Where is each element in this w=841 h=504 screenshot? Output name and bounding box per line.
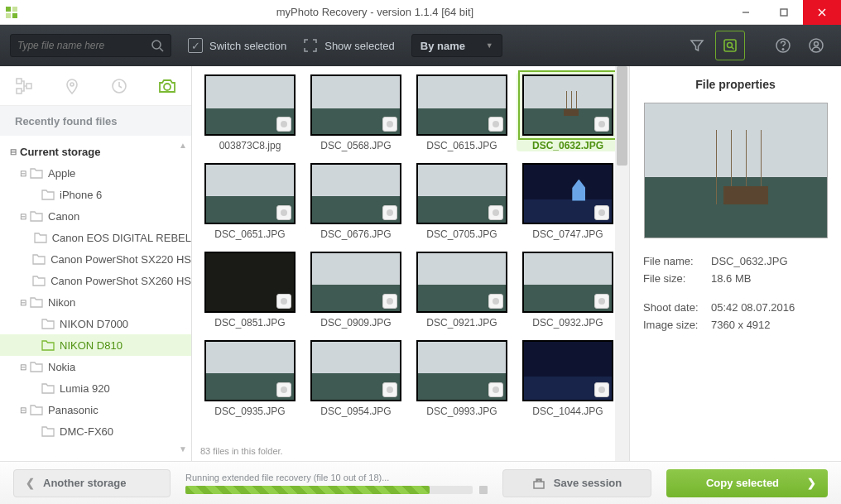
thumbnail-checkbox[interactable]	[488, 117, 503, 132]
thumbnail-checkbox[interactable]	[488, 205, 503, 220]
thumbnail[interactable]: 003873C8.jpg	[199, 74, 301, 151]
twisty-icon[interactable]: ⊟	[18, 298, 28, 307]
thumbnail-checkbox[interactable]	[488, 294, 503, 309]
recent-files-header[interactable]: Recently found files	[0, 106, 191, 136]
thumbnail-image[interactable]	[310, 163, 401, 224]
zoom-search-icon[interactable]	[715, 31, 745, 60]
thumbnail-image[interactable]	[204, 163, 296, 224]
filter-icon[interactable]	[682, 31, 712, 60]
thumbnail[interactable]: DSC_0935.JPG	[199, 340, 301, 417]
thumbnail-checkbox[interactable]	[382, 117, 397, 132]
twisty-icon[interactable]: ⊟	[18, 169, 28, 178]
thumbnail[interactable]: DSC_0851.JPG	[199, 252, 301, 329]
thumbnail-image[interactable]	[204, 340, 296, 401]
scrollbar[interactable]	[615, 66, 629, 461]
tree-view-icon[interactable]	[12, 74, 36, 98]
tree-item[interactable]: ⊟Nikon	[0, 291, 191, 313]
user-icon[interactable]	[801, 31, 831, 60]
thumbnail[interactable]: DSC_0747.JPG	[517, 163, 619, 240]
stop-icon[interactable]	[479, 486, 488, 494]
thumbnail-image[interactable]	[416, 252, 507, 313]
tree-item[interactable]: Canon PowerShot SX220 HS	[0, 248, 191, 270]
camera-icon[interactable]	[156, 74, 179, 98]
location-icon[interactable]	[60, 74, 84, 98]
thumbnail[interactable]: DSC_0705.JPG	[411, 163, 513, 240]
twisty-icon[interactable]: ⊟	[18, 362, 28, 372]
show-selected-label: Show selected	[324, 40, 395, 52]
save-session-button[interactable]: Save session	[502, 469, 651, 497]
minimize-button[interactable]	[727, 0, 765, 25]
thumbnail-image[interactable]	[416, 74, 507, 136]
tree-item[interactable]: DMC-FX60	[0, 420, 191, 442]
search-field[interactable]	[10, 34, 171, 57]
tree-item[interactable]: ⊟Panasonic	[0, 399, 191, 420]
thumbnail-image[interactable]	[416, 163, 507, 224]
thumbnail-checkbox[interactable]	[382, 382, 397, 397]
copy-selected-button[interactable]: Copy selected ❯	[666, 469, 828, 497]
tree-item[interactable]: ⊟Current storage	[0, 141, 191, 162]
thumbnail-checkbox[interactable]	[382, 294, 397, 309]
tree-item[interactable]: ⊟Canon	[0, 205, 191, 227]
file-name-label: File name:	[643, 255, 711, 267]
thumbnail[interactable]: DSC_0932.JPG	[517, 252, 619, 329]
twisty-icon[interactable]: ⊟	[18, 212, 28, 221]
another-storage-button[interactable]: ❮ Another storage	[13, 469, 171, 497]
thumbnail-image[interactable]	[310, 340, 401, 401]
thumbnail[interactable]: DSC_0568.JPG	[305, 74, 407, 151]
thumbnail-checkbox[interactable]	[594, 205, 609, 220]
tree-item[interactable]: Canon PowerShot SX260 HS	[0, 270, 191, 291]
thumbnail[interactable]: DSC_0909.JPG	[305, 252, 407, 329]
close-button[interactable]	[803, 0, 841, 25]
thumbnail[interactable]: DSC_0615.JPG	[411, 74, 513, 151]
thumbnail-checkbox[interactable]	[594, 117, 609, 132]
tree-item[interactable]: Lumia 920	[0, 377, 191, 399]
thumbnail-image[interactable]	[204, 252, 296, 313]
thumbnail[interactable]: DSC_1044.JPG	[517, 340, 619, 417]
sort-dropdown[interactable]: By name ▼	[411, 34, 502, 57]
thumbnail[interactable]: DSC_0632.JPG	[517, 72, 619, 151]
tree-item[interactable]: Canon EOS DIGITAL REBEL	[0, 227, 191, 248]
tree-item-label: Nokia	[48, 361, 75, 373]
thumbnail[interactable]: DSC_0921.JPG	[411, 252, 513, 329]
search-icon[interactable]	[151, 39, 164, 52]
scroll-up-icon[interactable]: ▲	[176, 141, 190, 154]
thumbnail-image[interactable]	[522, 163, 613, 224]
thumbnail[interactable]: DSC_0651.JPG	[199, 163, 301, 240]
thumbnail-image[interactable]	[522, 74, 613, 136]
thumbnail-checkbox[interactable]	[382, 205, 397, 220]
file-name-value: DSC_0632.JPG	[711, 255, 788, 267]
thumbnail-checkbox[interactable]	[488, 382, 503, 397]
tree-item[interactable]: NIKON D7000	[0, 313, 191, 334]
twisty-icon[interactable]: ⊟	[18, 406, 28, 415]
scrollbar-thumb[interactable]	[617, 66, 627, 166]
scroll-down-icon[interactable]: ▼	[176, 444, 190, 458]
tree-item[interactable]: NIKON D810	[0, 334, 191, 356]
thumbnail-image[interactable]	[310, 74, 401, 136]
thumbnail-checkbox[interactable]	[276, 294, 291, 309]
help-icon[interactable]	[768, 31, 798, 60]
thumbnail[interactable]: DSC_0993.JPG	[411, 340, 513, 417]
thumbnail-image[interactable]	[522, 340, 613, 401]
twisty-icon[interactable]: ⊟	[8, 147, 18, 156]
shoot-date-label: Shoot date:	[643, 301, 711, 314]
tree-item[interactable]: ⊟Apple	[0, 162, 191, 184]
thumbnail[interactable]: DSC_0954.JPG	[305, 340, 407, 417]
maximize-button[interactable]	[765, 0, 803, 25]
tree-item[interactable]: iPhone 6	[0, 184, 191, 205]
thumbnail-checkbox[interactable]	[276, 117, 291, 132]
tree-item[interactable]: ⊟Nokia	[0, 356, 191, 377]
folder-icon	[41, 189, 55, 200]
thumbnail-checkbox[interactable]	[594, 294, 609, 309]
clock-icon[interactable]	[108, 74, 131, 98]
switch-selection-toggle[interactable]: Switch selection	[188, 38, 286, 53]
thumbnail[interactable]: DSC_0676.JPG	[305, 163, 407, 240]
thumbnail-image[interactable]	[522, 252, 613, 313]
thumbnail-image[interactable]	[204, 74, 296, 136]
thumbnail-image[interactable]	[416, 340, 507, 401]
thumbnail-checkbox[interactable]	[594, 382, 609, 397]
search-input[interactable]	[17, 40, 151, 51]
show-selected-toggle[interactable]: Show selected	[303, 38, 395, 53]
thumbnail-image[interactable]	[310, 252, 401, 313]
thumbnail-checkbox[interactable]	[276, 205, 291, 220]
thumbnail-checkbox[interactable]	[276, 382, 291, 397]
